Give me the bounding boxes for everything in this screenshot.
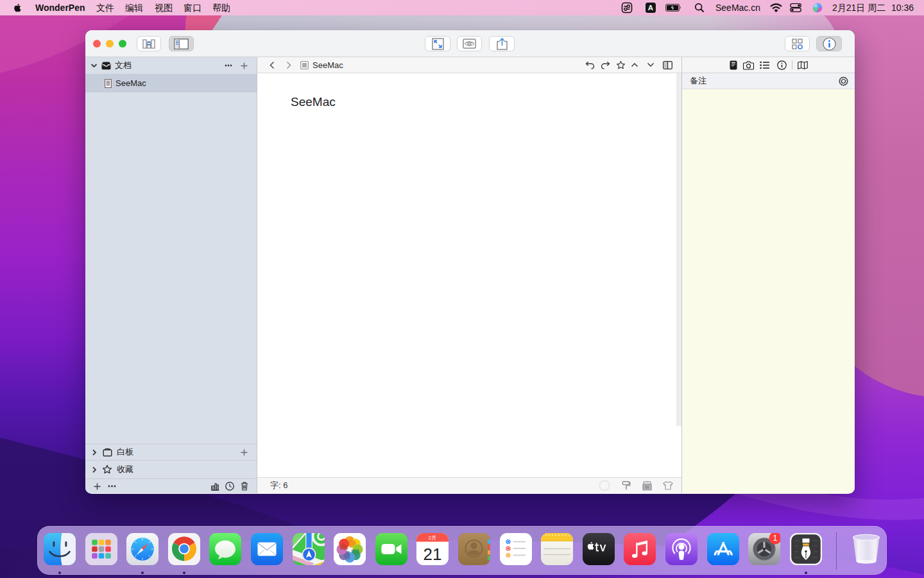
svg-text:2月: 2月 [429, 535, 436, 541]
svg-text:1: 1 [773, 534, 778, 543]
svg-text:21: 21 [424, 545, 442, 564]
